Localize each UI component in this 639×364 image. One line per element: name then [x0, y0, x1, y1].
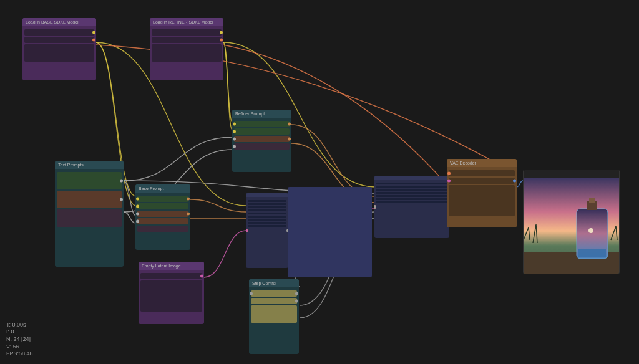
slot[interactable]	[152, 29, 222, 36]
slot[interactable]	[376, 201, 447, 203]
slot[interactable]	[376, 195, 447, 197]
node-vae-decode[interactable]: VAE Decoder	[447, 159, 517, 228]
node-title: Load in BASE SDXL Model	[22, 18, 96, 26]
svg-point-5	[588, 228, 593, 233]
slot[interactable]	[57, 209, 122, 227]
stat-iterations: I: 0	[6, 328, 33, 336]
node-title: Refiner Prompt	[232, 110, 291, 118]
slot[interactable]	[234, 128, 290, 135]
stat-time: T: 0.00s	[6, 322, 33, 329]
node-base-prompt[interactable]: Base Prompt	[135, 184, 190, 250]
node-empty-latent[interactable]: Empty Latent Image	[139, 262, 204, 324]
node-preview-image[interactable]	[523, 170, 620, 274]
node-ksampler-base[interactable]	[246, 193, 288, 268]
output-image	[524, 178, 620, 274]
slot[interactable]	[248, 225, 286, 227]
slot[interactable]	[137, 203, 188, 209]
node-title: VAE Decoder	[447, 159, 517, 167]
node-ksampler-refiner[interactable]	[374, 176, 449, 238]
slot[interactable]	[24, 37, 94, 43]
slot[interactable]	[248, 222, 286, 224]
slot[interactable]	[376, 192, 447, 194]
node-title: Empty Latent Image	[139, 262, 204, 270]
slot[interactable]	[152, 37, 222, 43]
slot[interactable]	[449, 185, 515, 216]
slot[interactable]	[24, 44, 94, 62]
slot[interactable]	[248, 219, 286, 221]
stat-fps: FPS:58.48	[6, 350, 33, 358]
slot[interactable]	[24, 29, 94, 36]
negative-prompt-slot[interactable]	[57, 191, 122, 208]
slot[interactable]	[376, 183, 447, 184]
slot[interactable]	[248, 216, 286, 218]
slot[interactable]	[376, 189, 447, 191]
slot[interactable]	[376, 198, 447, 200]
slot[interactable]	[248, 203, 286, 205]
slot[interactable]	[251, 290, 297, 297]
node-canvas[interactable]	[288, 187, 372, 277]
slot[interactable]	[152, 44, 222, 62]
slot[interactable]	[248, 200, 286, 202]
slot[interactable]	[234, 136, 290, 142]
node-refiner-prompt[interactable]: Refiner Prompt	[232, 110, 291, 172]
node-title: Text Prompts	[55, 161, 124, 169]
slot[interactable]	[137, 226, 188, 232]
node-title: Base Prompt	[135, 184, 190, 193]
stat-v: V: 56	[6, 343, 33, 351]
slot[interactable]	[251, 298, 297, 304]
positive-prompt-slot[interactable]	[57, 172, 122, 189]
node-title: Load in REFINER SDXL Model	[150, 18, 223, 26]
slot[interactable]	[248, 206, 286, 208]
slot[interactable]	[137, 218, 188, 224]
svg-rect-4	[589, 198, 595, 203]
slot[interactable]	[449, 170, 515, 176]
slot[interactable]	[251, 305, 297, 323]
node-base-loader[interactable]: Load in BASE SDXL Model	[22, 18, 96, 80]
slot[interactable]	[248, 213, 286, 214]
svg-rect-6	[578, 249, 606, 257]
node-text-prompts[interactable]: Text Prompts	[55, 161, 124, 267]
slot[interactable]	[137, 196, 188, 202]
slot[interactable]	[140, 280, 202, 312]
slot[interactable]	[234, 121, 290, 127]
slot[interactable]	[449, 178, 515, 184]
slot[interactable]	[137, 211, 188, 217]
node-title: Step Control	[249, 279, 299, 287]
slot[interactable]	[376, 186, 447, 188]
stat-nodes: N: 24 [24]	[6, 336, 33, 343]
node-step-control[interactable]: Step Control	[249, 279, 299, 354]
slot[interactable]	[248, 209, 286, 211]
stats-overlay: T: 0.00s I: 0 N: 24 [24] V: 56 FPS:58.48	[6, 322, 33, 358]
slot[interactable]	[140, 273, 202, 279]
svg-rect-3	[587, 201, 597, 210]
slot[interactable]	[234, 143, 290, 150]
node-refiner-loader[interactable]: Load in REFINER SDXL Model	[150, 18, 223, 80]
